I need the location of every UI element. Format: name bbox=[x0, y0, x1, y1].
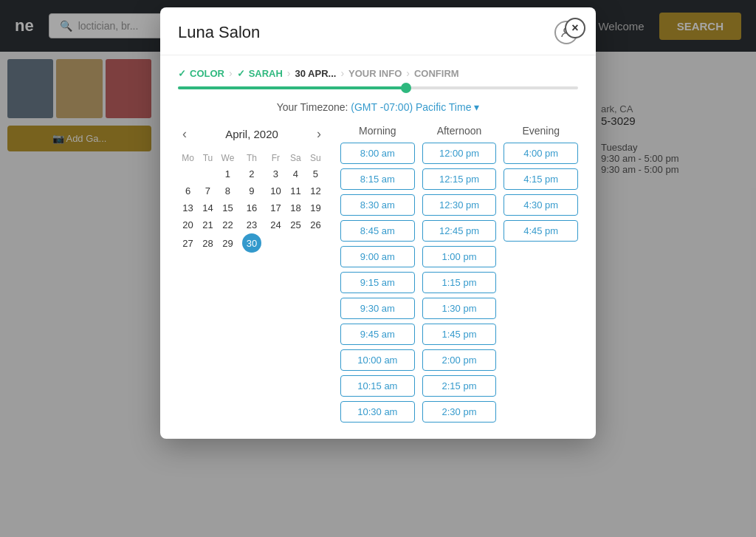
chevron-down-icon: ▾ bbox=[474, 101, 479, 113]
time-slot[interactable]: 8:45 am bbox=[340, 220, 415, 242]
day-cell[interactable]: 2 bbox=[238, 165, 266, 182]
day-cell bbox=[178, 165, 198, 182]
arrow-3: › bbox=[340, 67, 344, 79]
time-slot-empty bbox=[504, 299, 578, 308]
calendar-time-layout: ‹ April, 2020 › Mo Tu We Th Fr bbox=[178, 125, 578, 427]
time-slot[interactable]: 12:15 pm bbox=[422, 168, 497, 190]
arrow-4: › bbox=[406, 67, 410, 79]
day-cell[interactable]: 5 bbox=[306, 165, 326, 182]
close-button[interactable]: × bbox=[565, 18, 585, 38]
time-slot[interactable]: 1:45 pm bbox=[422, 324, 497, 345]
day-cell[interactable]: 21 bbox=[198, 216, 218, 233]
day-header-th: Th bbox=[238, 151, 266, 165]
morning-column: Morning 8:00 am 8:15 am 8:30 am 8:45 am … bbox=[340, 125, 415, 427]
day-cell[interactable]: 4 bbox=[286, 165, 306, 182]
time-slot[interactable]: 1:15 pm bbox=[422, 272, 497, 293]
time-slot[interactable]: 10:15 am bbox=[340, 375, 415, 397]
arrow-2: › bbox=[287, 67, 291, 79]
day-cell[interactable]: 19 bbox=[306, 199, 326, 216]
day-cell[interactable]: 8 bbox=[218, 182, 238, 199]
day-cell bbox=[266, 233, 286, 253]
selected-day-cell[interactable]: 30 bbox=[238, 233, 266, 253]
day-header-we: We bbox=[218, 151, 238, 165]
step-date: 30 APR... bbox=[295, 68, 337, 79]
day-cell[interactable]: 13 bbox=[178, 199, 198, 216]
day-cell bbox=[306, 233, 326, 253]
modal-overlay: Luna Salon × ✓ COLOR › ✓ SARAH bbox=[0, 0, 756, 537]
time-slot[interactable]: 4:45 pm bbox=[504, 220, 578, 242]
day-cell[interactable]: 27 bbox=[178, 233, 198, 253]
day-cell[interactable]: 23 bbox=[238, 216, 266, 233]
day-header-mo: Mo bbox=[178, 151, 198, 165]
day-header-sa: Sa bbox=[286, 151, 306, 165]
day-cell[interactable]: 16 bbox=[238, 199, 266, 216]
morning-header: Morning bbox=[340, 125, 415, 137]
time-slot-empty bbox=[504, 286, 578, 295]
day-cell[interactable]: 17 bbox=[266, 199, 286, 216]
step-color: ✓ COLOR bbox=[178, 68, 224, 79]
day-cell[interactable]: 20 bbox=[178, 216, 198, 233]
calendar: ‹ April, 2020 › Mo Tu We Th Fr bbox=[178, 125, 326, 427]
time-slot[interactable]: 8:00 am bbox=[340, 143, 415, 164]
day-cell[interactable]: 29 bbox=[218, 233, 238, 253]
time-slot[interactable]: 12:00 pm bbox=[422, 143, 497, 164]
time-slot[interactable]: 9:45 am bbox=[340, 324, 415, 345]
step-your-info: YOUR INFO bbox=[348, 68, 402, 79]
timezone-link[interactable]: (GMT -07:00) Pacific Time ▾ bbox=[351, 101, 479, 113]
time-slot[interactable]: 1:00 pm bbox=[422, 246, 497, 267]
day-cell[interactable]: 25 bbox=[286, 216, 306, 233]
time-slot[interactable]: 1:30 pm bbox=[422, 298, 497, 319]
day-cell[interactable]: 28 bbox=[198, 233, 218, 253]
evening-header: Evening bbox=[504, 125, 578, 137]
day-cell[interactable]: 22 bbox=[218, 216, 238, 233]
day-cell[interactable]: 10 bbox=[266, 182, 286, 199]
time-slot[interactable]: 8:15 am bbox=[340, 168, 415, 190]
day-cell[interactable]: 6 bbox=[178, 182, 198, 199]
calendar-header: ‹ April, 2020 › bbox=[178, 125, 326, 143]
afternoon-column: Afternoon 12:00 pm 12:15 pm 12:30 pm 12:… bbox=[422, 125, 497, 427]
table-row: 6 7 8 9 10 11 12 bbox=[178, 182, 326, 199]
day-cell[interactable]: 26 bbox=[306, 216, 326, 233]
day-cell[interactable]: 14 bbox=[198, 199, 218, 216]
day-cell[interactable]: 15 bbox=[218, 199, 238, 216]
time-slot[interactable]: 10:00 am bbox=[340, 349, 415, 371]
day-header-tu: Tu bbox=[198, 151, 218, 165]
table-row: 13 14 15 16 17 18 19 bbox=[178, 199, 326, 216]
next-month-button[interactable]: › bbox=[312, 125, 326, 143]
day-cell[interactable]: 9 bbox=[238, 182, 266, 199]
time-slot[interactable]: 12:30 pm bbox=[422, 194, 497, 216]
color-check-icon: ✓ bbox=[178, 68, 186, 79]
timezone-value: (GMT -07:00) Pacific Time bbox=[351, 101, 471, 113]
day-header-fr: Fr bbox=[266, 151, 286, 165]
time-slot[interactable]: 4:30 pm bbox=[504, 194, 578, 216]
day-cell[interactable]: 3 bbox=[266, 165, 286, 182]
step-date-label: 30 APR... bbox=[295, 68, 337, 79]
day-cell[interactable]: 12 bbox=[306, 182, 326, 199]
prev-month-button[interactable]: ‹ bbox=[178, 125, 191, 143]
day-cell[interactable]: 11 bbox=[286, 182, 306, 199]
day-cell[interactable]: 7 bbox=[198, 182, 218, 199]
step-sarah: ✓ SARAH bbox=[237, 68, 283, 79]
time-slot[interactable]: 2:30 pm bbox=[422, 401, 497, 423]
time-slot[interactable]: 9:00 am bbox=[340, 246, 415, 267]
time-slots: Morning 8:00 am 8:15 am 8:30 am 8:45 am … bbox=[340, 125, 578, 427]
time-slot[interactable]: 2:15 pm bbox=[422, 375, 497, 397]
time-slot[interactable]: 4:15 pm bbox=[504, 168, 578, 190]
day-cell[interactable]: 24 bbox=[266, 216, 286, 233]
time-slot[interactable]: 8:30 am bbox=[340, 194, 415, 216]
time-slot[interactable]: 10:30 am bbox=[340, 401, 415, 423]
step-sarah-label: SARAH bbox=[249, 68, 283, 79]
modal-title: Luna Salon bbox=[178, 23, 260, 42]
sarah-check-icon: ✓ bbox=[237, 68, 245, 79]
time-slot-empty bbox=[504, 312, 578, 321]
table-row: 20 21 22 23 24 25 26 bbox=[178, 216, 326, 233]
time-slot[interactable]: 2:00 pm bbox=[422, 349, 497, 371]
time-slot[interactable]: 4:00 pm bbox=[504, 143, 578, 164]
time-columns: Morning 8:00 am 8:15 am 8:30 am 8:45 am … bbox=[340, 125, 578, 427]
time-slot[interactable]: 9:15 am bbox=[340, 272, 415, 293]
time-slot[interactable]: 12:45 pm bbox=[422, 220, 497, 242]
time-slot[interactable]: 9:30 am bbox=[340, 298, 415, 319]
day-cell[interactable]: 18 bbox=[286, 199, 306, 216]
day-cell[interactable]: 1 bbox=[218, 165, 238, 182]
progress-dot bbox=[401, 83, 411, 93]
